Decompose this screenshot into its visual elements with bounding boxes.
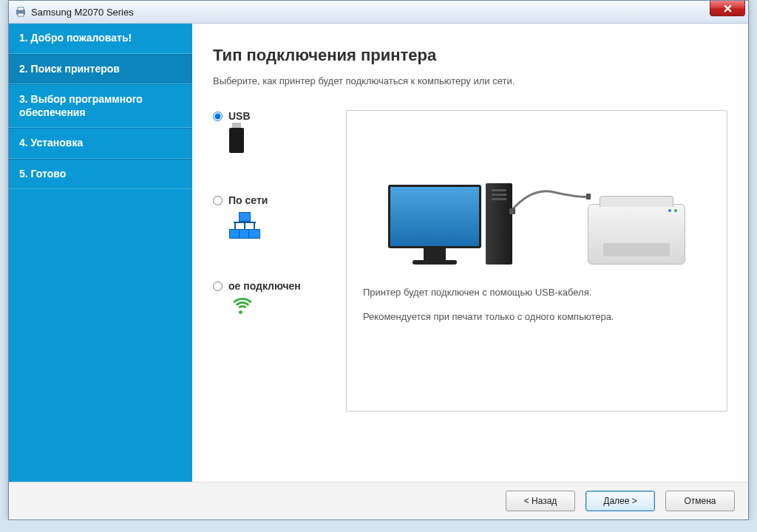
option-description: Принтер будет подключен с помощью USB-ка…: [363, 284, 710, 326]
svg-rect-2: [18, 13, 24, 16]
illustration-panel: Принтер будет подключен с помощью USB-ка…: [346, 110, 727, 412]
wizard-footer: < Назад Далее > Отмена: [9, 482, 748, 519]
computer-tower-icon: [486, 183, 512, 265]
radio-wireless[interactable]: [213, 282, 223, 291]
monitor-icon: [388, 185, 481, 265]
connection-options: USB По сети: [213, 110, 324, 358]
sidebar-step-search[interactable]: 2. Поиск принтеров: [9, 54, 192, 85]
network-icon: [229, 212, 324, 239]
connection-diagram: [363, 139, 710, 265]
close-button[interactable]: [710, 1, 745, 16]
titlebar[interactable]: Samsung M2070 Series: [9, 1, 748, 24]
next-button[interactable]: Далее >: [585, 491, 655, 511]
usb-cable-icon: [509, 183, 591, 220]
usb-icon: [229, 128, 324, 153]
installer-window: Samsung M2070 Series 1. Добро пожаловать…: [8, 0, 749, 520]
printer-app-icon: [15, 6, 27, 18]
page-title: Тип подключения принтера: [213, 46, 727, 65]
sidebar-step-label: 2. Поиск принтеров: [19, 63, 120, 75]
svg-rect-4: [586, 194, 591, 200]
option-usb-label: USB: [228, 110, 251, 122]
sidebar-step-label: 5. Готово: [19, 168, 66, 180]
option-wireless[interactable]: ое подключен: [213, 280, 324, 317]
radio-network[interactable]: [213, 196, 223, 205]
option-wireless-label: ое подключен: [228, 280, 301, 292]
sidebar-step-software[interactable]: 3. Выбор программного обеспечения: [9, 84, 192, 128]
back-button[interactable]: < Назад: [506, 491, 575, 511]
wizard-sidebar: 1. Добро пожаловать! 2. Поиск принтеров …: [9, 24, 192, 482]
sidebar-step-label: 1. Добро пожаловать!: [19, 32, 132, 44]
sidebar-step-install[interactable]: 4. Установка: [9, 128, 192, 159]
option-usb[interactable]: USB: [213, 110, 324, 153]
radio-usb[interactable]: [213, 112, 223, 121]
window-title: Samsung M2070 Series: [31, 7, 134, 18]
sidebar-step-label: 3. Выбор программного обеспечения: [19, 93, 143, 118]
option-network-label: По сети: [228, 194, 268, 206]
cancel-button[interactable]: Отмена: [665, 491, 735, 511]
svg-rect-3: [509, 208, 515, 214]
option-network[interactable]: По сети: [213, 194, 324, 239]
back-button-label: < Назад: [524, 496, 557, 506]
description-line: Рекомендуется при печати только с одного…: [363, 308, 710, 325]
description-line: Принтер будет подключен с помощью USB-ка…: [363, 284, 710, 301]
sidebar-step-label: 4. Установка: [19, 137, 83, 149]
sidebar-step-done[interactable]: 5. Готово: [9, 159, 192, 190]
next-button-label: Далее >: [603, 496, 637, 506]
close-icon: [724, 4, 732, 13]
main-panel: Тип подключения принтера Выберите, как п…: [192, 24, 748, 482]
sidebar-step-welcome[interactable]: 1. Добро пожаловать!: [9, 24, 192, 54]
svg-rect-1: [18, 7, 24, 10]
printer-icon: [588, 204, 685, 265]
cancel-button-label: Отмена: [684, 496, 716, 506]
wifi-icon: [229, 298, 324, 317]
page-subtitle: Выберите, как принтер будет подключаться…: [213, 75, 727, 86]
